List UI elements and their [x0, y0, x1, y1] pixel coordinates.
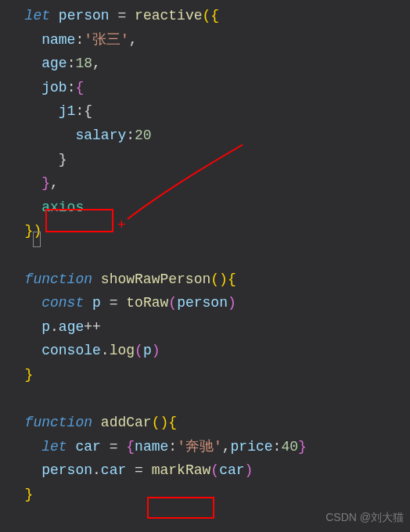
keyword-function: function [25, 271, 92, 287]
prop-job: job [41, 80, 67, 95]
prop-salary: salary [75, 128, 126, 143]
str: '张三' [84, 32, 129, 48]
prop-name: name [41, 32, 75, 48]
fn-reactive: reactive [135, 8, 202, 23]
text-cursor [33, 232, 41, 247]
var-person: person [59, 8, 110, 23]
fn-showRawPerson: showRawPerson [101, 271, 210, 287]
keyword-let: let [25, 8, 50, 23]
num: 18 [75, 56, 92, 71]
fn-addCar: addCar [101, 415, 152, 430]
fn-markRaw: markRaw [152, 462, 211, 478]
var-axios: axios [41, 200, 84, 215]
watermark: CSDN @刘大猫 [325, 509, 404, 527]
paren: ({ [203, 8, 220, 23]
fn-toRaw: toRaw [126, 295, 168, 311]
prop-j1: j1 [59, 103, 76, 119]
op: = [117, 8, 126, 23]
prop-age: age [41, 56, 67, 71]
code-editor[interactable]: let person = reactive({ name:'张三', age:1… [8, 4, 410, 506]
